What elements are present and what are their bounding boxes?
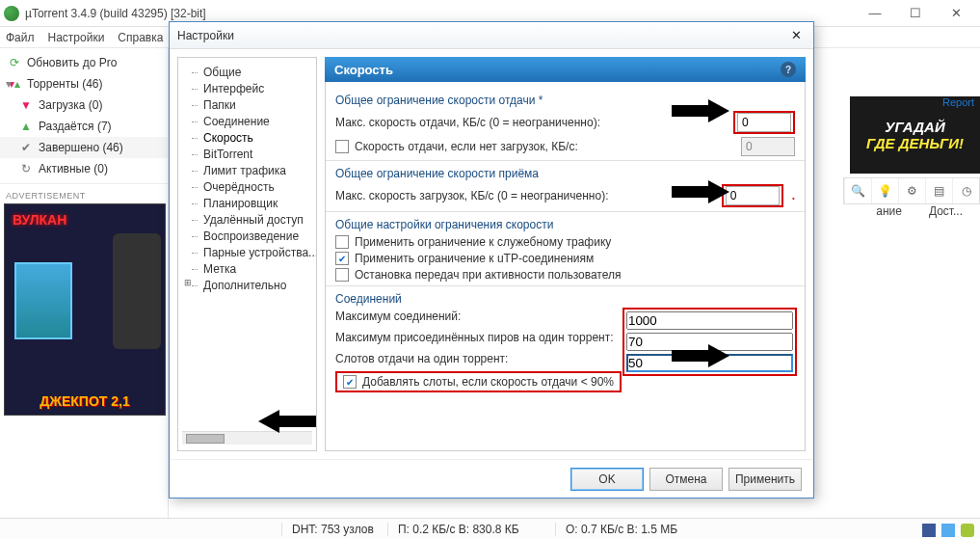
- sidebar-torrents[interactable]: ▾ ▾▴ Торренты (46): [0, 73, 168, 94]
- tree-playback[interactable]: Воспроизведение: [182, 228, 312, 244]
- utp-checkbox[interactable]: ✔: [335, 252, 349, 265]
- window-title: µTorrent 3.4.9 (build 43295) [32-bit]: [25, 7, 855, 20]
- download-max-input[interactable]: [726, 186, 780, 205]
- addslots-label: Добавлять слоты, если скорость отдачи < …: [362, 375, 614, 389]
- report-link[interactable]: Report: [942, 96, 974, 108]
- tree-limit[interactable]: Лимит трафика: [182, 162, 312, 178]
- group-download: Общее ограничение скорости приёма: [335, 167, 795, 180]
- download-icon: ▼: [19, 98, 33, 112]
- tree-interface[interactable]: Интерфейс: [182, 80, 312, 96]
- rss-icon[interactable]: ▤: [925, 178, 952, 203]
- group-connections: Соединений: [335, 292, 795, 306]
- addslots-checkbox[interactable]: ✔: [343, 375, 357, 389]
- upload-max-label: Макс. скорость отдачи, КБ/с (0 = неогран…: [335, 116, 728, 129]
- asterisk: .: [792, 189, 795, 202]
- sidebar-upgrade[interactable]: ⟳ Обновить до Pro: [0, 52, 168, 73]
- sidebar-completed-label: Завершено (46): [39, 141, 123, 154]
- tree-remote[interactable]: Удалённый доступ: [182, 211, 312, 228]
- dialog-close-button[interactable]: ✕: [786, 26, 806, 45]
- utp-label: Применить ограничение к uTP-соединениям: [355, 252, 795, 265]
- cancel-button[interactable]: Отмена: [649, 468, 723, 491]
- overhead-checkbox[interactable]: [335, 235, 349, 249]
- tree-connection[interactable]: Соединение: [182, 113, 312, 129]
- facebook-icon[interactable]: [922, 524, 936, 537]
- menu-file[interactable]: Файл: [6, 31, 35, 44]
- ad-graphic-char: [113, 233, 161, 349]
- right-ad-l2: ГДЕ ДЕНЬГИ!: [866, 135, 964, 151]
- android-icon[interactable]: [961, 524, 974, 537]
- menu-help[interactable]: Справка: [118, 31, 163, 44]
- sidebar-active[interactable]: ↻ Активные (0): [0, 158, 168, 179]
- download-max-label: Макс. скорость загрузок, КБ/с (0 = неогр…: [335, 189, 716, 202]
- column-headers: ание Дост...: [876, 204, 980, 218]
- col-added[interactable]: Дост...: [929, 204, 963, 218]
- sidebar-downloading-label: Загрузка (0): [39, 98, 103, 112]
- sidebar-upgrade-label: Обновить до Pro: [27, 56, 117, 69]
- group-general: Общие настройки ограничения скорости: [335, 218, 795, 231]
- overhead-label: Применить ограничение к служебному трафи…: [355, 235, 795, 249]
- minimize-button[interactable]: —: [855, 2, 895, 25]
- maximize-button[interactable]: ☐: [895, 2, 936, 25]
- arrow-annotation: [672, 344, 729, 367]
- arrow-annotation: [672, 180, 729, 203]
- apply-button[interactable]: Применить: [728, 468, 802, 491]
- statusbar: DHT: 753 узлов П: 0.2 КБ/с В: 830.8 КБ О…: [0, 518, 980, 539]
- tree-paired[interactable]: Парные устройства...: [182, 244, 312, 260]
- upload-max-input[interactable]: [737, 113, 791, 132]
- clock-icon[interactable]: ◷: [952, 178, 979, 203]
- tree-general[interactable]: Общие: [182, 64, 312, 80]
- status-dht: DHT: 753 узлов: [281, 523, 384, 536]
- dialog-titlebar[interactable]: Настройки ✕: [170, 22, 813, 49]
- tree-folders[interactable]: Папки: [182, 96, 312, 113]
- ok-button[interactable]: OK: [570, 468, 644, 491]
- ad-banner[interactable]: ВУЛКАН ГД ДЖЕКПОТ 2,1: [4, 203, 166, 416]
- tree-speed[interactable]: Скорость: [182, 129, 312, 146]
- search-icon[interactable]: 🔍: [844, 178, 871, 203]
- upload-alt-checkbox[interactable]: [335, 140, 349, 153]
- refresh-icon: ↻: [19, 162, 33, 175]
- dialog-title: Настройки: [177, 29, 786, 42]
- tree-bittorrent[interactable]: BitTorrent: [182, 146, 312, 162]
- tree-hscroll[interactable]: [182, 431, 312, 445]
- ad-jackpot: ДЖЕКПОТ 2,1: [5, 393, 165, 409]
- settings-dialog: Настройки ✕ Общие Интерфейс Папки Соедин…: [169, 21, 814, 499]
- right-ad-l1: УГАДАЙ: [885, 119, 944, 135]
- upload-alt-label: Скорость отдачи, если нет загрузок, КБ/с…: [355, 140, 735, 153]
- stop-label: Остановка передач при активности пользов…: [355, 268, 795, 282]
- collapse-icon[interactable]: ▾: [4, 77, 13, 91]
- max-conn-input[interactable]: [626, 311, 793, 330]
- right-ad[interactable]: УГАДАЙ ГДЕ ДЕНЬГИ!: [850, 96, 980, 174]
- ad-graphic-safe: [14, 262, 72, 339]
- dialog-buttons: OK Отмена Применить: [170, 459, 813, 498]
- ad-logo: ВУЛКАН: [13, 212, 66, 228]
- toolbar: 🔍 💡 ⚙ ▤ ◷: [843, 177, 980, 204]
- bulb-icon[interactable]: 💡: [871, 178, 898, 203]
- upload-alt-input: [741, 137, 795, 156]
- sidebar-completed[interactable]: ✔ Завершено (46): [0, 137, 168, 158]
- tree-queue[interactable]: Очерёдность: [182, 178, 312, 195]
- status-recv: П: 0.2 КБ/с В: 830.8 КБ: [387, 523, 551, 536]
- app-icon: [4, 6, 19, 21]
- social-icons: [922, 524, 974, 537]
- ad-label: ADVERTISEMENT: [0, 188, 168, 203]
- panel-header: Скорость ?: [325, 57, 806, 82]
- sidebar-seeding[interactable]: ▲ Раздаётся (7): [0, 116, 168, 137]
- sidebar-active-label: Активные (0): [39, 162, 108, 175]
- menu-settings[interactable]: Настройки: [48, 31, 105, 44]
- upload-icon: ▲: [19, 120, 33, 133]
- check-icon: ✔: [19, 141, 33, 154]
- sidebar-downloading[interactable]: ▼ Загрузка (0): [0, 94, 168, 116]
- col-name[interactable]: ание: [876, 204, 902, 218]
- sidebar-seeding-label: Раздаётся (7): [39, 120, 112, 133]
- tree-scheduler[interactable]: Планировщик: [182, 195, 312, 211]
- tree-label[interactable]: Метка: [182, 260, 312, 277]
- arrow-annotation: [672, 99, 729, 122]
- upgrade-icon: ⟳: [8, 56, 21, 69]
- twitter-icon[interactable]: [941, 524, 955, 537]
- status-send: О: 0.7 КБ/с В: 1.5 МБ: [555, 523, 719, 536]
- stop-checkbox[interactable]: [335, 268, 349, 282]
- gear-icon[interactable]: ⚙: [898, 178, 925, 203]
- help-icon[interactable]: ?: [781, 62, 796, 77]
- close-button[interactable]: ✕: [936, 2, 976, 25]
- tree-advanced[interactable]: Дополнительно: [182, 277, 312, 293]
